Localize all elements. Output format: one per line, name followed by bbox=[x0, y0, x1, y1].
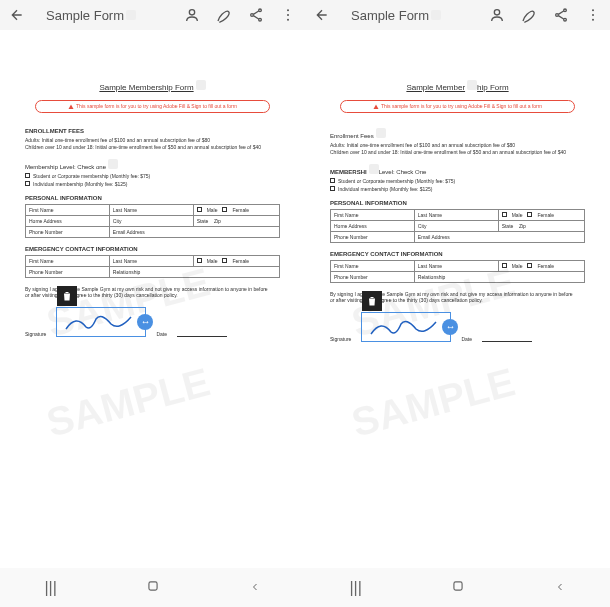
more-icon[interactable] bbox=[584, 6, 602, 24]
field-gender[interactable]: MaleFemale bbox=[193, 255, 279, 266]
field-lastname[interactable]: Last Name bbox=[414, 209, 498, 220]
share-icon[interactable] bbox=[552, 6, 570, 24]
date-field[interactable] bbox=[482, 341, 532, 342]
svg-point-4 bbox=[287, 9, 289, 11]
checkbox-icon[interactable] bbox=[25, 181, 30, 186]
document-viewport[interactable]: SAMPLE SAMPLE Sample Memberhip Form This… bbox=[305, 30, 610, 372]
form-title: Sample Membership Form bbox=[25, 80, 280, 92]
fee-line: Children over 10 and under 18: Initial o… bbox=[330, 149, 585, 156]
level-heading: MEMBERSHILevel: Check One bbox=[330, 164, 585, 175]
back-icon[interactable] bbox=[8, 6, 26, 24]
person-icon[interactable] bbox=[183, 6, 201, 24]
emergency-table: First NameLast NameMaleFemale Phone Numb… bbox=[25, 255, 280, 278]
svg-point-10 bbox=[564, 18, 567, 21]
field-statezip[interactable]: State Zip bbox=[193, 215, 279, 226]
field-firstname[interactable]: First Name bbox=[331, 260, 415, 271]
checkbox-icon[interactable] bbox=[25, 173, 30, 178]
back-icon[interactable] bbox=[313, 6, 331, 24]
field-lastname[interactable]: Last Name bbox=[109, 255, 193, 266]
pen-icon[interactable] bbox=[215, 6, 233, 24]
field-phone[interactable]: Phone Number bbox=[331, 231, 415, 242]
screenshot-left: Sample Form SAMPLE SAMPLE Sample Members… bbox=[0, 0, 305, 568]
membership-option[interactable]: Student or Corporate membership (Monthly… bbox=[330, 178, 585, 184]
field-city[interactable]: City bbox=[109, 215, 193, 226]
toolbar-title: Sample Form bbox=[46, 8, 169, 23]
personal-table: First NameLast NameMaleFemale Home Addre… bbox=[25, 204, 280, 238]
field-statezip[interactable]: State Zip bbox=[498, 220, 584, 231]
fees-heading: ENROLLMENT FEES bbox=[25, 128, 280, 134]
svg-point-5 bbox=[287, 14, 289, 16]
delete-signature-button[interactable] bbox=[57, 286, 77, 306]
field-firstname[interactable]: First Name bbox=[26, 204, 110, 215]
svg-point-9 bbox=[556, 14, 559, 17]
svg-point-3 bbox=[259, 18, 262, 21]
membership-option[interactable]: Individual membership (Monthly fee: $125… bbox=[25, 181, 280, 187]
pen-icon[interactable] bbox=[520, 6, 538, 24]
fees-heading: Enrollment Fees bbox=[330, 128, 585, 139]
svg-point-13 bbox=[592, 19, 594, 21]
field-address[interactable]: Home Address bbox=[331, 220, 415, 231]
info-banner: This sample form is for you to try using… bbox=[35, 100, 270, 113]
emergency-heading: EMERGENCY CONTACT INFORMATION bbox=[330, 251, 585, 257]
field-address[interactable]: Home Address bbox=[26, 215, 110, 226]
emergency-table: First NameLast NameMaleFemale Phone Numb… bbox=[330, 260, 585, 283]
field-city[interactable]: City bbox=[414, 220, 498, 231]
svg-point-2 bbox=[251, 14, 254, 17]
share-icon[interactable] bbox=[247, 6, 265, 24]
android-navbar: ||| ||| bbox=[0, 568, 610, 607]
field-phone[interactable]: Phone Number bbox=[331, 271, 415, 282]
resize-handle-icon[interactable]: ↔ bbox=[442, 319, 458, 335]
toolbar-title: Sample Form bbox=[351, 8, 474, 23]
field-email[interactable]: Email Address bbox=[109, 226, 279, 237]
field-lastname[interactable]: Last Name bbox=[109, 204, 193, 215]
nav-home-icon[interactable] bbox=[146, 579, 160, 597]
more-icon[interactable] bbox=[279, 6, 297, 24]
nav-recent-icon[interactable]: ||| bbox=[349, 579, 361, 597]
form-page: SAMPLE SAMPLE Sample Membership Form Thi… bbox=[15, 50, 290, 347]
field-lastname[interactable]: Last Name bbox=[414, 260, 498, 271]
field-email[interactable]: Email Address bbox=[414, 231, 584, 242]
svg-point-7 bbox=[494, 10, 499, 15]
signature-row: Signature ↔ Date bbox=[330, 312, 585, 342]
membership-option[interactable]: Student or Corporate membership (Monthly… bbox=[25, 173, 280, 179]
toolbar: Sample Form bbox=[0, 0, 305, 30]
signature-field[interactable]: ↔ bbox=[56, 307, 146, 337]
document-viewport[interactable]: SAMPLE SAMPLE Sample Membership Form Thi… bbox=[0, 30, 305, 367]
date-field[interactable] bbox=[177, 336, 227, 337]
field-gender[interactable]: MaleFemale bbox=[498, 260, 584, 271]
fee-line: Adults: Initial one-time enrollment fee … bbox=[25, 137, 280, 144]
checkbox-icon[interactable] bbox=[330, 178, 335, 183]
svg-point-8 bbox=[564, 9, 567, 12]
emergency-heading: EMERGENCY CONTACT INFORMATION bbox=[25, 246, 280, 252]
svg-rect-15 bbox=[454, 581, 462, 589]
signature-row: Signature ↔ Date bbox=[25, 307, 280, 337]
field-relationship[interactable]: Relationship bbox=[109, 266, 279, 277]
field-gender[interactable]: MaleFemale bbox=[498, 209, 584, 220]
nav-back-icon[interactable] bbox=[554, 579, 566, 597]
field-firstname[interactable]: First Name bbox=[26, 255, 110, 266]
nav-back-icon[interactable] bbox=[249, 579, 261, 597]
level-heading: Membership Level: Check one bbox=[25, 159, 280, 170]
personal-table: First NameLast NameMaleFemale Home Addre… bbox=[330, 209, 585, 243]
person-icon[interactable] bbox=[488, 6, 506, 24]
field-relationship[interactable]: Relationship bbox=[414, 271, 584, 282]
signature-field[interactable]: ↔ bbox=[361, 312, 451, 342]
field-phone[interactable]: Phone Number bbox=[26, 266, 110, 277]
nav-recent-icon[interactable]: ||| bbox=[44, 579, 56, 597]
form-title: Sample Memberhip Form bbox=[330, 80, 585, 92]
field-firstname[interactable]: First Name bbox=[331, 209, 415, 220]
signature-label: Signature bbox=[330, 336, 351, 342]
field-gender[interactable]: MaleFemale bbox=[193, 204, 279, 215]
signature-stroke bbox=[366, 314, 446, 339]
nav-home-icon[interactable] bbox=[451, 579, 465, 597]
toolbar: Sample Form bbox=[305, 0, 610, 30]
resize-handle-icon[interactable]: ↔ bbox=[137, 314, 153, 330]
checkbox-icon[interactable] bbox=[330, 186, 335, 191]
delete-signature-button[interactable] bbox=[362, 291, 382, 311]
svg-point-11 bbox=[592, 9, 594, 11]
membership-option[interactable]: Individual membership (Monthly fee: $125… bbox=[330, 186, 585, 192]
date-label: Date bbox=[461, 336, 472, 342]
form-page: SAMPLE SAMPLE Sample Memberhip Form This… bbox=[320, 50, 595, 352]
watermark: SAMPLE bbox=[42, 359, 215, 446]
field-phone[interactable]: Phone Number bbox=[26, 226, 110, 237]
